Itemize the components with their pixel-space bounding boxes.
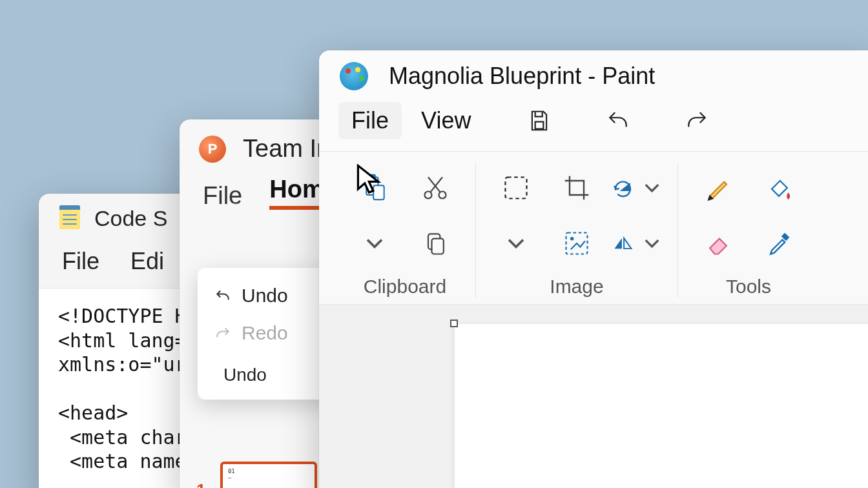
chevron-down-icon: [639, 174, 665, 202]
svg-rect-0: [535, 122, 544, 129]
chevron-down-icon: [360, 229, 389, 258]
paint-canvas-area: [319, 304, 868, 488]
flip-button[interactable]: [610, 219, 665, 268]
save-button[interactable]: [516, 102, 563, 139]
tools-group: Tools: [677, 163, 819, 298]
image-group: Image: [475, 163, 677, 298]
undo-label: Undo: [242, 285, 288, 307]
dropdown-section-label: Undo: [198, 352, 340, 388]
rotate-icon: [610, 174, 636, 202]
undo-item[interactable]: Undo: [198, 277, 340, 314]
flip-icon: [610, 229, 636, 258]
redo-label: Redo: [242, 322, 288, 344]
redo-item: Redo: [198, 314, 340, 352]
slide-number: 1: [196, 480, 205, 489]
eyedropper-tool[interactable]: [752, 219, 806, 268]
notepad-menu-edit[interactable]: Edi: [130, 248, 164, 275]
cut-icon: [421, 174, 450, 202]
paint-window: Magnolia Blueprint - Paint File View: [319, 50, 868, 488]
resize-icon: [563, 229, 591, 258]
clipboard-label: Clipboard: [364, 268, 446, 298]
image-label: Image: [550, 268, 603, 298]
chevron-down-icon: [502, 229, 530, 258]
notepad-menu-file[interactable]: File: [62, 248, 99, 275]
powerpoint-undo-dropdown: Undo Redo Undo: [198, 268, 340, 400]
paint-menu-file[interactable]: File: [338, 102, 402, 139]
undo-icon: [213, 286, 232, 305]
canvas-handle[interactable]: [450, 320, 458, 327]
svg-rect-3: [373, 185, 384, 199]
redo-icon: [213, 323, 232, 343]
notepad-icon: [57, 205, 83, 231]
rotate-button[interactable]: [610, 163, 665, 212]
svg-point-5: [439, 192, 446, 199]
paste-button[interactable]: [347, 163, 402, 212]
select-icon: [502, 174, 530, 202]
paste-icon: [360, 174, 389, 202]
select-dropdown[interactable]: [497, 219, 535, 268]
crop-icon: [563, 174, 591, 202]
eraser-icon: [704, 229, 732, 258]
svg-point-10: [570, 237, 574, 241]
fill-tool[interactable]: [752, 163, 806, 212]
eraser-tool[interactable]: [691, 219, 745, 268]
copy-button[interactable]: [408, 219, 462, 268]
cut-button[interactable]: [408, 163, 462, 212]
eyedropper-icon: [765, 229, 793, 258]
chevron-down-icon: [639, 229, 665, 258]
powerpoint-icon: P: [199, 136, 226, 163]
paint-ribbon: Clipboard: [319, 151, 868, 304]
redo-button[interactable]: [674, 102, 720, 139]
powerpoint-title: Team In: [243, 135, 330, 163]
undo-button[interactable]: [595, 102, 641, 139]
clipboard-group: Clipboard: [335, 163, 475, 298]
resize-button[interactable]: [550, 219, 604, 268]
notepad-title: Code S: [94, 206, 167, 231]
svg-rect-7: [432, 239, 444, 254]
svg-rect-2: [369, 175, 375, 179]
slide-thumbnail-1[interactable]: 01 —: [220, 462, 317, 488]
select-button[interactable]: [489, 163, 543, 212]
pencil-tool[interactable]: [691, 163, 745, 212]
slide-thumbnails: 1 01 —: [196, 462, 317, 488]
crop-button[interactable]: [550, 163, 604, 212]
pencil-icon: [704, 174, 732, 202]
svg-point-4: [425, 192, 432, 199]
paint-menubar: File View: [319, 96, 868, 151]
paint-titlebar: Magnolia Blueprint - Paint: [319, 50, 868, 96]
powerpoint-menu-file[interactable]: File: [203, 182, 242, 210]
paint-icon: [340, 62, 368, 90]
copy-icon: [421, 229, 450, 258]
paint-menu-view[interactable]: View: [408, 102, 484, 139]
redo-icon: [685, 108, 709, 133]
save-icon: [527, 108, 552, 133]
paint-canvas[interactable]: [455, 324, 868, 488]
tools-label: Tools: [726, 268, 771, 298]
fill-icon: [765, 174, 793, 202]
svg-rect-8: [506, 178, 527, 199]
paste-dropdown[interactable]: [355, 219, 394, 268]
undo-icon: [606, 108, 630, 133]
paint-title: Magnolia Blueprint - Paint: [389, 63, 655, 90]
